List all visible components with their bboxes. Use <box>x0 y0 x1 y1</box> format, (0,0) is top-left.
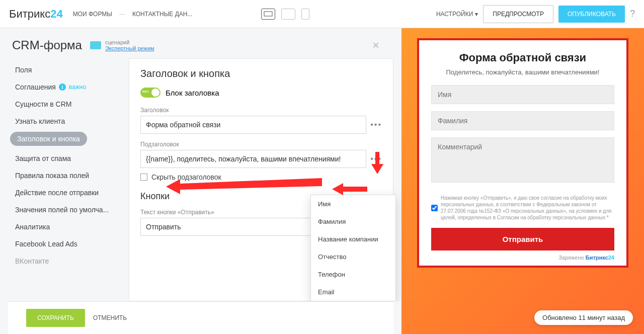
preview-subtitle: Поделитесь, пожалуйста, вашими впечатлен… <box>431 68 614 76</box>
preview-comment-input[interactable] <box>431 137 614 183</box>
toggle-label: Блок заголовка <box>166 89 219 97</box>
sidebar-item-crm-entities[interactable]: Сущности в CRM <box>8 96 129 113</box>
sidebar-item-spam[interactable]: Защита от спама <box>8 150 129 167</box>
sidebar-item-vk[interactable]: ВКонтакте <box>8 253 129 270</box>
chevron-down-icon: ▾ <box>475 11 478 18</box>
device-tablet-icon[interactable] <box>281 9 295 20</box>
info-text: важно <box>69 84 86 91</box>
sidebar-item-agreements[interactable]: Соглашения i важно <box>8 78 129 96</box>
sidebar-item-analytics[interactable]: Аналитика <box>8 218 129 235</box>
sidebar-item-after-submit[interactable]: Действие после отправки <box>8 184 129 201</box>
popup-item-company[interactable]: Название компании <box>311 230 395 248</box>
breadcrumb-sep: — <box>119 11 125 18</box>
scenario-icon <box>90 41 101 49</box>
device-desktop-icon[interactable] <box>261 9 275 20</box>
save-button[interactable]: СОХРАНИТЬ <box>26 309 85 327</box>
breadcrumb-current: КОНТАКТНЫЕ ДАН... <box>132 11 193 18</box>
preview-consent-checkbox[interactable] <box>431 195 438 221</box>
powered-by: Заряжено Битрикс24 <box>431 255 614 261</box>
popup-item-phone[interactable]: Телефон <box>311 266 395 283</box>
breadcrumb-my-forms[interactable]: МОИ ФОРМЫ <box>73 11 112 18</box>
publish-button[interactable]: ОПУБЛИКОВАТЬ <box>558 6 625 23</box>
expert-mode-link[interactable]: Экспертный режим <box>105 45 154 51</box>
device-mobile-icon[interactable] <box>301 9 309 20</box>
sidebar-item-facebook[interactable]: Facebook Lead Ads <box>8 235 129 253</box>
title-input[interactable] <box>140 116 366 134</box>
subtitle-more-icon[interactable]: ••• <box>370 154 382 163</box>
title-more-icon[interactable]: ••• <box>370 120 382 129</box>
preview-surname-input[interactable] <box>431 111 614 130</box>
preview-button[interactable]: ПРЕДПРОСМОТР <box>483 5 553 23</box>
info-icon: i <box>59 84 66 91</box>
help-icon[interactable]: ? <box>630 9 635 19</box>
preview-name-input[interactable] <box>431 85 614 104</box>
popup-item-middle[interactable]: Отчество <box>311 248 395 266</box>
sidebar-item-fields[interactable]: Поля <box>8 61 129 78</box>
cancel-button[interactable]: ОТМЕНИТЬ <box>93 314 127 321</box>
header-block-toggle[interactable]: вкл <box>140 88 160 98</box>
title-label: Заголовок <box>140 107 382 114</box>
field-token-popup: Имя Фамилия Название компании Отчество Т… <box>310 195 396 301</box>
preview-card: Форма обратной связи Поделитесь, пожалуй… <box>417 38 628 268</box>
preview-title: Форма обратной связи <box>431 51 614 64</box>
subtitle-input[interactable] <box>140 150 366 168</box>
settings-link[interactable]: НАСТРОЙКИ▾ <box>436 11 478 18</box>
hide-subtitle-label: Скрыть подзаголовок <box>151 173 221 181</box>
preview-submit-button[interactable]: Отправить <box>431 228 614 251</box>
close-icon[interactable]: × <box>372 38 379 52</box>
popup-item-surname[interactable]: Фамилия <box>311 213 395 230</box>
sidebar: Поля Соглашения i важно Сущности в CRM У… <box>8 58 129 301</box>
panel-heading: Заголовок и кнопка <box>140 68 382 79</box>
mode-label: сценарий <box>105 39 154 45</box>
sidebar-item-header-button[interactable]: Заголовок и кнопка <box>10 132 87 146</box>
svg-rect-0 <box>264 12 272 16</box>
sidebar-item-display-rules[interactable]: Правила показа полей <box>8 167 129 184</box>
popup-item-email[interactable]: Email <box>311 283 395 301</box>
logo: Битрикс24 <box>9 8 63 21</box>
page-title: CRM-форма <box>12 38 82 52</box>
status-pill: Обновлено 11 минут назад <box>534 310 633 325</box>
sidebar-item-identify[interactable]: Узнать клиента <box>8 113 129 130</box>
hide-subtitle-checkbox[interactable] <box>140 174 147 181</box>
preview-consent-text: Нажимая кнопку «Отправить», я даю свое с… <box>441 195 614 221</box>
mode-badge[interactable]: сценарий Экспертный режим <box>90 39 154 51</box>
breadcrumb: МОИ ФОРМЫ — КОНТАКТНЫЕ ДАН... <box>73 11 193 18</box>
settings-panel: Заголовок и кнопка вкл Блок заголовка За… <box>129 58 393 301</box>
popup-item-name[interactable]: Имя <box>311 195 395 213</box>
sidebar-item-defaults[interactable]: Значения полей по умолча... <box>8 201 129 218</box>
subtitle-label: Подзаголовок <box>140 141 382 148</box>
device-switcher <box>261 9 309 20</box>
